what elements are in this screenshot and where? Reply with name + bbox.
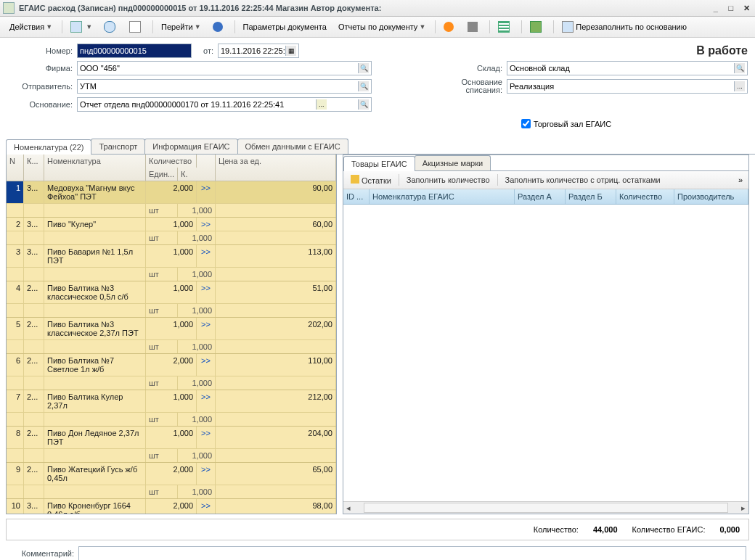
col-k2[interactable]: К.: [178, 168, 216, 181]
sender-field[interactable]: УТМ🔍: [77, 79, 372, 94]
table-row[interactable]: 103...Пиво Кроненбург 1664 0,46л с/б2,00…: [7, 499, 336, 514]
actions-menu[interactable]: Действия▼: [4, 20, 57, 33]
warehouse-field[interactable]: Основной склад🔍: [507, 61, 748, 75]
remains-icon: [351, 175, 359, 184]
right-hscroll[interactable]: ◂ ▸: [343, 501, 748, 514]
sender-label: Отправитель:: [7, 82, 77, 91]
excel-icon: [530, 21, 542, 33]
hall-checkbox[interactable]: Торговый зал ЕГАИС: [521, 119, 611, 128]
table-subrow: шт1,000: [7, 449, 336, 463]
left-grid: N К... Номенклатура Количество Цена за е…: [6, 155, 337, 514]
col-k[interactable]: К...: [24, 155, 44, 168]
col-nom[interactable]: Номенклатура: [44, 155, 146, 168]
col-price[interactable]: Цена за ед.: [216, 155, 336, 168]
excel-button[interactable]: [525, 19, 549, 35]
writeoff-field[interactable]: Реализация...: [507, 79, 748, 94]
calendar-button[interactable]: [124, 19, 148, 35]
fill-neg-button[interactable]: Заполнить количество с отриц. остатками: [501, 174, 665, 186]
basis-field[interactable]: Отчет отдела пнд000000000170 от 19.11.20…: [77, 97, 372, 112]
right-toolbar: Остатки Заполнить количество Заполнить к…: [343, 171, 748, 189]
params-button[interactable]: Параметры документа: [238, 20, 332, 33]
date-field[interactable]: 19.11.2016 22:25:▦: [218, 44, 299, 58]
more-icon[interactable]: ...: [734, 81, 745, 91]
comment-field[interactable]: [78, 546, 746, 560]
eqty-label: Количество ЕГАИС:: [632, 525, 706, 534]
table-row[interactable]: 33...Пиво Бавария №1 1,5л ПЭТ1,000>>113,…: [7, 245, 336, 268]
rcol-ra[interactable]: Раздел А: [515, 189, 566, 204]
table-row[interactable]: 62...Пиво Балтика №7 Светлое 1л ж/б2,000…: [7, 354, 336, 376]
table-row[interactable]: 92...Пиво Жатецкий Гусь ж/б 0,45л2,000>>…: [7, 463, 336, 485]
qty-label: Количество:: [534, 525, 579, 534]
tab-transport[interactable]: Транспорт: [91, 139, 145, 154]
grid-body[interactable]: 13...Медовуха "Магнум вкус Фейхоа" ПЭТ2,…: [7, 181, 336, 514]
number-field[interactable]: пнд000000000015: [77, 44, 192, 58]
status-text: В работе: [696, 44, 748, 57]
goto-menu[interactable]: Перейти▼: [156, 20, 206, 33]
lookup-icon[interactable]: 🔍: [358, 81, 369, 91]
tab-nomenclature[interactable]: Номенклатура (22): [6, 139, 91, 155]
refill-button[interactable]: Перезаполнить по основанию: [557, 19, 692, 35]
rcol-prod[interactable]: Производитель: [674, 189, 748, 204]
rcol-id[interactable]: ID ...: [343, 189, 370, 204]
table-row[interactable]: 42...Пиво Балтика №3 классическое 0,5л с…: [7, 281, 336, 304]
main-toolbar: Действия▼ ▼ Перейти▼ Параметры документа…: [0, 17, 755, 38]
remains-button[interactable]: Остатки: [346, 173, 396, 186]
table-row[interactable]: 23...Пиво "Кулер"1,000>>60,00: [7, 218, 336, 231]
lookup-icon[interactable]: 🔍: [734, 63, 745, 73]
lookup-icon[interactable]: 🔍: [358, 99, 369, 110]
col-arrow[interactable]: [197, 155, 216, 168]
rcol-rb[interactable]: Раздел Б: [566, 189, 616, 204]
table-subrow: шт1,000: [7, 231, 336, 245]
comment-label: Комментарий:: [9, 549, 78, 558]
table-subrow: шт1,000: [7, 268, 336, 281]
rcol-nom[interactable]: Номенклатура ЕГАИС: [370, 189, 515, 204]
tab-excise[interactable]: Акцизные марки: [415, 155, 491, 170]
scroll-left-icon[interactable]: ◂: [343, 503, 354, 513]
lookup-icon[interactable]: 🔍: [358, 63, 369, 73]
help-button[interactable]: [208, 20, 230, 34]
grid-header: N К... Номенклатура Количество Цена за е…: [7, 155, 336, 181]
scroll-right-icon[interactable]: ▸: [738, 503, 748, 513]
totals-bar: Количество: 44,000 Количество ЕГАИС: 0,0…: [6, 519, 749, 540]
table-subrow: шт1,000: [7, 413, 336, 427]
right-grid-header: ID ... Номенклатура ЕГАИС Раздел А Разде…: [343, 189, 748, 205]
right-panel: Товары ЕГАИС Акцизные марки Остатки Запо…: [343, 155, 749, 514]
tab-info[interactable]: Информация ЕГАИС: [144, 139, 237, 154]
firm-field[interactable]: ООО "456"🔍: [77, 61, 372, 75]
refill-icon: [562, 21, 574, 33]
eqty-value: 0,000: [719, 525, 740, 534]
lines-button[interactable]: [493, 19, 517, 35]
close-icon[interactable]: ✕: [740, 4, 752, 13]
minimize-icon[interactable]: _: [710, 4, 722, 12]
reports-menu[interactable]: Отчеты по документу▼: [333, 20, 430, 33]
more-icon[interactable]: »: [735, 176, 746, 184]
post-button[interactable]: ▼: [65, 19, 97, 35]
main-tabs: Номенклатура (22) Транспорт Информация Е…: [6, 139, 755, 155]
tab-egais-goods[interactable]: Товары ЕГАИС: [343, 156, 415, 171]
table-row[interactable]: 13...Медовуха "Магнум вкус Фейхоа" ПЭТ2,…: [7, 181, 336, 204]
globe-button[interactable]: [438, 20, 461, 34]
col-n[interactable]: N: [7, 155, 24, 168]
calendar-picker-icon[interactable]: ▦: [285, 46, 296, 56]
tab-exchange[interactable]: Обмен данными с ЕГАИС: [237, 139, 348, 154]
refresh-button[interactable]: [99, 19, 123, 35]
app-icon: [3, 2, 15, 14]
lines-icon: [498, 21, 510, 33]
table-subrow: шт1,000: [7, 485, 336, 499]
table-row[interactable]: 82...Пиво Дон Ледяное 2,37л ПЭТ1,000>>20…: [7, 427, 336, 449]
title-bar: ЕГАИС расход (Записан) пнд000000000015 о…: [0, 0, 755, 17]
table-subrow: шт1,000: [7, 340, 336, 354]
table-row[interactable]: 72...Пиво Балтика Кулер 2,37л1,000>>212,…: [7, 390, 336, 413]
document-form: Номер: пнд000000000015 от: 19.11.2016 22…: [0, 38, 755, 134]
firm-label: Фирма:: [7, 64, 77, 73]
more-icon[interactable]: ...: [316, 99, 327, 110]
maximize-icon[interactable]: □: [725, 4, 737, 12]
calendar-icon: [129, 21, 141, 33]
clip-button[interactable]: [462, 20, 485, 34]
rcol-qty[interactable]: Количество: [616, 189, 674, 204]
right-grid-body[interactable]: [343, 205, 748, 501]
table-row[interactable]: 52...Пиво Балтика №3 классическое 2,37л …: [7, 318, 336, 340]
col-qty[interactable]: Количество: [146, 155, 197, 168]
fill-qty-button[interactable]: Заполнить количество: [402, 174, 494, 186]
col-unit[interactable]: Един...: [146, 168, 178, 181]
